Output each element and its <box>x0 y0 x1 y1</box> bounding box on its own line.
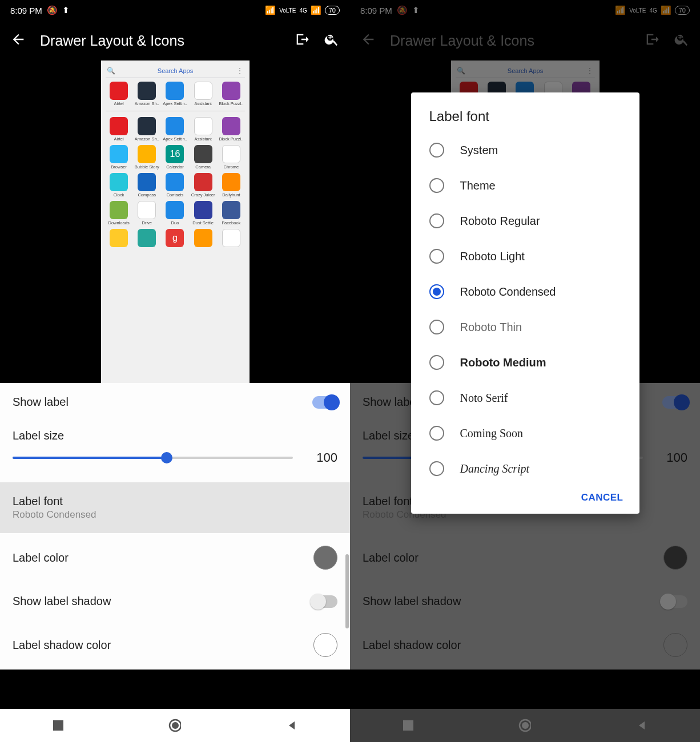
app-cell: Amazon Sh.. <box>134 117 160 142</box>
label-color-swatch[interactable] <box>313 546 337 570</box>
app-icon <box>194 201 212 219</box>
phone-right: 8:09 PM 🔕 ⬆ 📶 VoLTE 4G 📶 70 Drawer Layou… <box>350 0 700 742</box>
app-label: Drive <box>142 220 152 225</box>
radio-option[interactable]: Theme <box>411 168 639 203</box>
svg-point-2 <box>172 722 179 729</box>
preview-search-text: Search Apps <box>119 67 232 74</box>
app-label: Chrome <box>224 164 239 170</box>
drawer-preview: 🔍 Search Apps ⋮ AirtelAmazon Sh..Apex Se… <box>0 61 350 383</box>
app-cell <box>190 229 216 248</box>
app-bar: Drawer Layout & Icons <box>0 21 350 61</box>
nav-back[interactable] <box>285 719 298 732</box>
radio-button[interactable] <box>429 178 444 193</box>
radio-option[interactable]: Coming Soon <box>411 416 639 451</box>
app-label: Calendar <box>166 164 183 170</box>
page-title: Drawer Layout & Icons <box>40 33 280 49</box>
app-cell: Contacts <box>162 173 188 197</box>
setting-label-font[interactable]: Label font Roboto Condensed <box>0 482 350 533</box>
app-icon: g <box>166 229 184 247</box>
radio-button[interactable] <box>429 249 444 264</box>
volte-icon: VoLTE <box>279 7 296 14</box>
app-icon <box>138 145 156 163</box>
system-nav <box>0 709 350 742</box>
app-cell <box>106 229 132 248</box>
app-label: Crazy Juicer <box>191 192 215 197</box>
status-bar: 8:09 PM 🔕 ⬆ 📶 VoLTE 4G 📶 70 <box>0 0 350 21</box>
label-size-slider[interactable] <box>13 457 293 459</box>
app-cell: Camera <box>190 145 216 170</box>
signal-icon: 4G <box>299 7 307 14</box>
app-cell: 16Calendar <box>162 145 188 170</box>
radio-button[interactable] <box>429 390 444 405</box>
scrollbar-handle[interactable] <box>345 554 349 628</box>
app-label: Airtel <box>114 101 124 106</box>
signal-bars-icon: 📶 <box>311 5 321 15</box>
app-cell: Apex Settin.. <box>162 117 188 142</box>
radio-option[interactable]: Roboto Medium <box>411 345 639 380</box>
app-label: Amazon Sh.. <box>135 101 159 106</box>
radio-option[interactable]: Roboto Condensed <box>411 274 639 309</box>
app-icon <box>110 82 128 100</box>
more-icon: ⋮ <box>236 66 244 75</box>
setting-shadow-color[interactable]: Label shadow color <box>0 620 350 670</box>
zoom-in-icon[interactable] <box>324 31 340 50</box>
radio-button[interactable] <box>429 213 444 228</box>
nav-home[interactable] <box>168 719 181 732</box>
radio-button[interactable] <box>429 143 444 158</box>
app-icon <box>110 145 128 163</box>
show-label-switch[interactable] <box>312 396 337 409</box>
app-cell: Apex Settin.. <box>162 82 188 106</box>
app-icon <box>138 201 156 219</box>
radio-label: Roboto Regular <box>460 215 540 228</box>
radio-label: Dancing Script <box>460 462 530 475</box>
radio-option[interactable]: Noto Serif <box>411 380 639 416</box>
upload-icon: ⬆ <box>62 5 70 15</box>
app-label: Apex Settin.. <box>163 101 187 106</box>
battery-level: 70 <box>325 6 340 15</box>
radio-button[interactable] <box>429 320 444 334</box>
radio-option[interactable]: Roboto Thin <box>411 309 639 345</box>
app-icon <box>166 117 184 135</box>
radio-option[interactable]: System <box>411 132 639 168</box>
nav-recents[interactable] <box>52 719 65 732</box>
cancel-button[interactable]: CANCEL <box>581 492 623 503</box>
app-icon <box>222 145 240 163</box>
radio-option[interactable]: Roboto Light <box>411 239 639 274</box>
radio-button[interactable] <box>429 461 444 476</box>
app-icon <box>138 173 156 191</box>
label-font-dialog: Label font SystemThemeRoboto RegularRobo… <box>411 92 639 514</box>
svg-rect-0 <box>53 720 63 731</box>
back-icon[interactable] <box>10 31 26 50</box>
app-icon <box>222 82 240 100</box>
setting-show-shadow[interactable]: Show label shadow <box>0 582 350 620</box>
setting-show-label[interactable]: Show label <box>0 383 350 421</box>
dialog-title: Label font <box>411 108 639 132</box>
radio-button[interactable] <box>429 284 444 299</box>
show-shadow-switch[interactable] <box>312 595 337 608</box>
app-cell: Drive <box>134 201 160 225</box>
app-icon <box>222 229 240 247</box>
radio-label: Roboto Light <box>460 250 525 263</box>
radio-option[interactable]: Dancing Script <box>411 451 639 486</box>
radio-label: System <box>460 144 498 157</box>
radio-button[interactable] <box>429 426 444 441</box>
shadow-color-swatch[interactable] <box>313 633 337 657</box>
app-icon <box>194 82 212 100</box>
radio-label: Theme <box>460 179 496 192</box>
share-icon[interactable] <box>294 31 310 50</box>
app-label: Assistant <box>194 136 211 142</box>
radio-label: Roboto Medium <box>460 356 546 369</box>
radio-option[interactable]: Roboto Regular <box>411 203 639 239</box>
app-cell: Assistant <box>190 117 216 142</box>
radio-button[interactable] <box>429 355 444 370</box>
setting-label-color[interactable]: Label color <box>0 533 350 582</box>
app-icon <box>222 117 240 135</box>
app-cell: Dailyhunt <box>218 173 244 197</box>
app-icon <box>138 117 156 135</box>
app-label: Downloads <box>108 220 130 225</box>
mute-icon: 🔕 <box>47 5 58 15</box>
app-icon <box>194 229 212 247</box>
app-label: Apex Settin.. <box>163 136 187 142</box>
app-cell: Duo <box>162 201 188 225</box>
app-icon <box>110 229 128 247</box>
